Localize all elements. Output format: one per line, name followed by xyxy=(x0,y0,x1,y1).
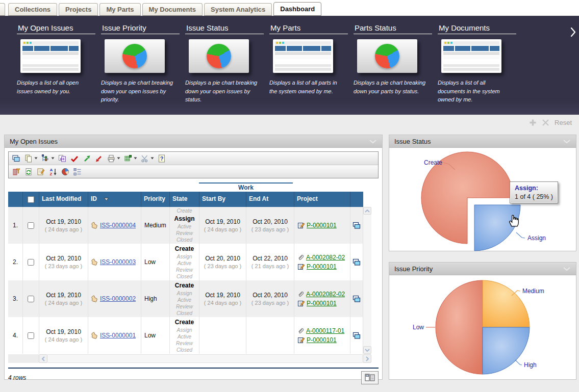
issue-link[interactable]: ISS-0000003 xyxy=(100,258,136,266)
collapse-chevron-icon[interactable] xyxy=(563,267,571,271)
dropdown-caret-icon[interactable] xyxy=(117,157,120,160)
issues-grid: Last Modified ID Priority State Start By… xyxy=(8,192,371,354)
toolbar-button-list-expand[interactable] xyxy=(72,167,83,177)
view-toggle-button[interactable] xyxy=(361,371,379,384)
export-icon xyxy=(123,154,133,163)
collapse-chevron-icon[interactable] xyxy=(563,139,571,144)
widget-title: My Parts xyxy=(269,22,348,34)
notebook-pencil-icon xyxy=(297,300,305,307)
toolbar-row-1: ? xyxy=(9,152,378,165)
toolbar-button-tools[interactable] xyxy=(139,153,155,164)
toolbar-button-export[interactable] xyxy=(122,153,138,164)
toolbar-button-help[interactable]: ? xyxy=(156,153,167,164)
toolbar-button-print[interactable] xyxy=(106,153,121,164)
panel-body: ? AZ Work Last Modified ID Prior xyxy=(5,148,382,388)
collapse-chevron-icon[interactable] xyxy=(369,139,377,144)
gallery-widget-my-parts[interactable]: My Parts Displays a list of all parts in… xyxy=(269,22,354,104)
project-link[interactable]: P-0000101 xyxy=(307,335,337,345)
open-in-new-window-icon[interactable] xyxy=(353,332,361,339)
header-actions xyxy=(350,192,363,207)
cell-actions xyxy=(350,280,363,317)
issue-link[interactable]: ISS-0000002 xyxy=(100,295,136,302)
project-link[interactable]: P-0000101 xyxy=(307,299,337,308)
gallery-widget-my-documents[interactable]: My Documents Displays a list of all docu… xyxy=(438,22,522,104)
dropdown-caret-icon[interactable] xyxy=(150,157,154,160)
tab-collections[interactable]: Collections xyxy=(8,3,57,16)
toolbar-button-sort-az[interactable]: AZ xyxy=(47,167,59,177)
project-link[interactable]: P-0000101 xyxy=(307,262,337,271)
toolbar-button-filter[interactable] xyxy=(11,167,22,177)
scroll-up-icon[interactable] xyxy=(363,207,371,215)
toolbar-button-structure[interactable] xyxy=(40,153,56,164)
widget-description: Displays a list of all parts in the syst… xyxy=(269,79,342,95)
header-project[interactable]: Project xyxy=(294,192,350,207)
gallery-widget-my-open-issues[interactable]: My Open Issues Displays a list of all op… xyxy=(17,22,101,104)
horizontal-scrollbar[interactable] xyxy=(8,354,371,363)
horizontal-scroll-track[interactable] xyxy=(47,354,363,363)
row-select-cell xyxy=(22,280,39,317)
gallery-widget-issue-priority[interactable]: Issue Priority Displays a pie chart brea… xyxy=(101,22,185,104)
panel-issue-priority: Issue Priority xyxy=(389,262,576,380)
scroll-right-icon[interactable] xyxy=(363,354,371,363)
project-link[interactable]: A-0000117-01 xyxy=(306,326,344,335)
toolbar-button-check[interactable] xyxy=(69,153,80,164)
cell-project: A-0002082-02P-0000101 xyxy=(294,244,350,280)
dropdown-caret-icon[interactable] xyxy=(51,157,55,160)
scroll-left-icon[interactable] xyxy=(39,354,47,363)
hand-cursor-icon xyxy=(507,212,520,229)
pie-slice-low[interactable] xyxy=(436,280,483,374)
gallery-widget-issue-status[interactable]: Issue Status Displays a pie chart breaki… xyxy=(185,22,269,104)
tab-my-documents[interactable]: My Documents xyxy=(142,3,203,16)
header-priority[interactable]: Priority xyxy=(141,192,169,207)
row-checkbox[interactable] xyxy=(28,296,34,302)
open-in-new-window-icon[interactable] xyxy=(353,258,361,266)
project-link[interactable]: A-0002082-02 xyxy=(306,253,345,262)
project-link[interactable]: A-0002082-02 xyxy=(306,290,345,299)
dropdown-caret-icon[interactable] xyxy=(34,157,38,160)
header-id[interactable]: ID xyxy=(88,192,141,207)
header-state[interactable]: State xyxy=(169,192,199,207)
remove-widget-icon[interactable] xyxy=(542,119,549,126)
header-end-at[interactable]: End At xyxy=(246,192,294,207)
toolbar-row-2: AZ xyxy=(9,165,378,178)
slice-label-high: High xyxy=(524,361,537,369)
add-widget-icon[interactable] xyxy=(529,119,537,126)
toolbar-button-swap[interactable] xyxy=(57,153,68,164)
toolbar-button-refresh[interactable] xyxy=(23,167,34,177)
tab-partial[interactable] xyxy=(0,3,5,16)
issue-link[interactable]: ISS-0000001 xyxy=(100,332,136,339)
pie-slice-high[interactable] xyxy=(483,327,530,374)
tab-dashboard[interactable]: Dashboard xyxy=(273,2,321,16)
select-all-checkbox[interactable] xyxy=(28,196,34,203)
toolbar-button-edit[interactable] xyxy=(35,167,46,177)
open-in-new-window-icon[interactable] xyxy=(353,295,361,303)
toolbar-button-copy[interactable] xyxy=(23,153,39,164)
reset-button[interactable]: Reset xyxy=(555,119,572,126)
project-link[interactable]: P-0000101 xyxy=(307,221,337,230)
tab-system-analytics[interactable]: System Analytics xyxy=(204,3,272,16)
toolbar-button-promote[interactable] xyxy=(81,153,92,164)
toolbar-button-demote[interactable] xyxy=(93,153,105,164)
gallery-widget-parts-status[interactable]: Parts Status Displays a pie chart breaki… xyxy=(354,22,438,104)
header-last-modified[interactable]: Last Modified xyxy=(39,192,88,207)
cell-state: CreateAssignActiveReviewClosed xyxy=(169,317,199,354)
vertical-scrollbar[interactable] xyxy=(363,207,371,354)
gallery-next-arrow-icon[interactable] xyxy=(570,27,576,39)
cell-start-by: Oct 19, 2010( 24 days ago ) xyxy=(199,207,246,244)
toolbar-button-chart[interactable] xyxy=(60,167,71,177)
group-header-label: Work xyxy=(199,184,293,191)
scroll-down-icon[interactable] xyxy=(363,346,371,354)
demote-icon xyxy=(94,154,104,163)
open-in-new-window-icon[interactable] xyxy=(353,222,361,229)
row-checkbox[interactable] xyxy=(28,332,34,339)
toolbar-button-new-window[interactable] xyxy=(11,153,22,164)
tab-projects[interactable]: Projects xyxy=(59,3,98,16)
dropdown-caret-icon[interactable] xyxy=(134,157,137,160)
vertical-scroll-track[interactable] xyxy=(363,215,371,346)
header-start-by[interactable]: Start By xyxy=(199,192,246,207)
header-select-all xyxy=(22,192,39,207)
issue-link[interactable]: ISS-0000004 xyxy=(100,222,136,229)
row-checkbox[interactable] xyxy=(28,222,34,229)
tab-my-parts[interactable]: My Parts xyxy=(99,3,140,16)
row-checkbox[interactable] xyxy=(28,259,34,266)
